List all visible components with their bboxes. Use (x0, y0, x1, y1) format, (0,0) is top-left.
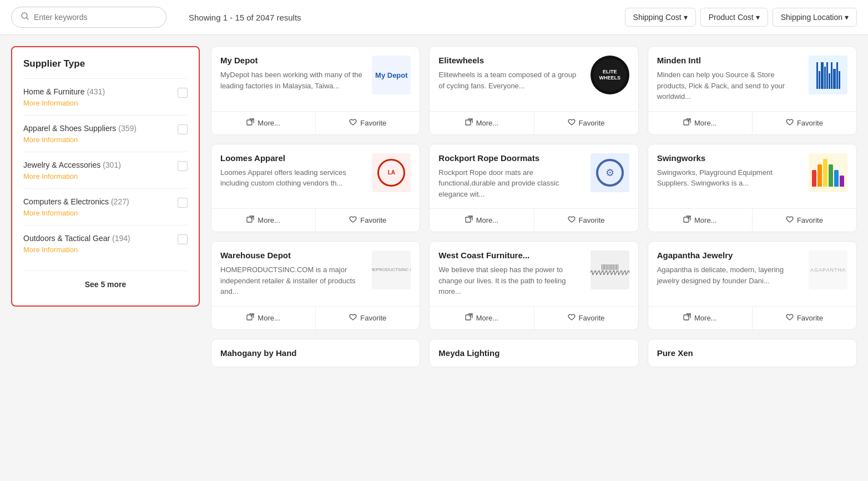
card-title: Minden Intl (657, 56, 802, 65)
more-button[interactable]: More... (648, 307, 752, 329)
favorite-button[interactable]: Favorite (752, 112, 856, 134)
card-body: Agapantha Jewelry Agapantha is delicate,… (648, 242, 856, 306)
svg-rect-8 (247, 217, 252, 222)
favorite-button[interactable]: Favorite (315, 112, 420, 134)
chevron-down-icon: ▾ (684, 13, 688, 22)
card-desc: MyDepot has been working with many of th… (220, 69, 365, 91)
heart-icon (568, 313, 576, 323)
card-actions: More... Favorite (211, 306, 420, 329)
card-logo: ||||||||||||VVVVVVVVVVVV (591, 250, 629, 289)
card-logo: ELITEWHEELS (591, 56, 629, 94)
more-button[interactable]: More... (430, 112, 533, 134)
filter-checkbox[interactable] (178, 124, 188, 134)
favorite-button[interactable]: Favorite (534, 209, 638, 232)
search-icon (21, 12, 29, 23)
shipping-location-filter[interactable]: Shipping Location ▾ (773, 8, 857, 27)
more-information-link[interactable]: More Information (23, 99, 105, 107)
filter-checkbox[interactable] (178, 88, 188, 98)
card-desc: We believe that sleep has the power to c… (438, 264, 583, 297)
product-card: Agapantha Jewelry Agapantha is delicate,… (648, 241, 857, 330)
card-info: West Coast Furniture... We believe that … (438, 250, 583, 297)
card-body: My Depot MyDepot has been working with m… (211, 47, 420, 111)
filter-checkbox[interactable] (178, 234, 188, 244)
card-body: Elitewheels Elitewheels is a team compos… (430, 47, 638, 111)
product-cost-filter[interactable]: Product Cost ▾ (700, 8, 768, 27)
svg-rect-6 (684, 120, 689, 125)
favorite-button[interactable]: Favorite (752, 307, 856, 329)
product-card: My Depot MyDepot has been working with m… (211, 46, 420, 135)
card-body: Warehouse Depot HOMEPRODUCTSINC.COM is a… (211, 242, 420, 306)
more-button[interactable]: More... (648, 112, 752, 134)
card-title: Agapantha Jewelry (657, 250, 802, 260)
search-input[interactable] (34, 13, 157, 22)
more-button[interactable]: More... (648, 209, 752, 232)
card-body: Loomes Apparel Loomes Apparel offers lea… (211, 144, 420, 209)
card-logo (809, 56, 847, 94)
filter-label: Computers & Electronics (227) (23, 197, 129, 206)
favorite-button[interactable]: Favorite (534, 112, 638, 134)
more-button[interactable]: More... (430, 209, 533, 232)
more-information-link[interactable]: More Information (23, 136, 137, 144)
svg-rect-4 (466, 120, 471, 125)
favorite-button[interactable]: Favorite (315, 209, 420, 232)
filter-item-home-furniture: Home & Furniture (431) More Information (23, 78, 188, 115)
heart-icon (786, 313, 794, 323)
heart-icon (568, 216, 576, 225)
filter-item-outdoors: Outdoors & Tactical Gear (194) More Info… (23, 225, 188, 262)
filter-checkbox[interactable] (178, 198, 188, 208)
favorite-button[interactable]: Favorite (534, 307, 638, 329)
card-actions: More... Favorite (648, 208, 856, 232)
card-body: Rockport Rope Doormats Rockport Rope doo… (430, 144, 638, 209)
filter-label: Outdoors & Tactical Gear (194) (23, 234, 130, 243)
more-information-link[interactable]: More Information (23, 209, 129, 217)
heart-icon (349, 216, 357, 225)
filter-buttons: Shipping Cost ▾ Product Cost ▾ Shipping … (625, 8, 857, 27)
filter-label: Jewelry & Accessories (301) (23, 161, 121, 169)
chevron-down-icon: ▾ (845, 13, 849, 22)
card-logo: My Depot (372, 56, 411, 94)
card-actions: More... Favorite (430, 111, 638, 134)
product-card: Rockport Rope Doormats Rockport Rope doo… (429, 144, 638, 233)
filter-item-computers: Computers & Electronics (227) More Infor… (23, 188, 188, 225)
svg-rect-16 (466, 315, 471, 320)
favorite-button[interactable]: Favorite (752, 209, 856, 232)
more-button[interactable]: More... (430, 307, 533, 329)
card-desc: Agapantha is delicate, modern, layering … (657, 264, 802, 286)
card-title: My Depot (220, 56, 365, 65)
heart-icon (568, 118, 576, 128)
card-title: West Coast Furniture... (438, 250, 583, 260)
card-logo: LA (372, 153, 411, 192)
card-desc: Minden can help you Source & Store produ… (657, 69, 802, 102)
external-link-icon (465, 313, 473, 323)
card-info: Agapantha Jewelry Agapantha is delicate,… (657, 250, 802, 297)
search-box[interactable] (11, 7, 166, 28)
more-information-link[interactable]: More Information (23, 245, 130, 254)
card-actions: More... Favorite (648, 306, 856, 329)
card-title: Swingworks (657, 153, 802, 163)
filter-item-apparel: Apparel & Shoes Suppliers (359) More Inf… (23, 115, 188, 152)
card-logo: ⚙ (591, 153, 629, 192)
more-information-link[interactable]: More Information (23, 172, 121, 181)
partial-card-title: Meyda Lighting (438, 348, 629, 358)
favorite-button[interactable]: Favorite (315, 307, 420, 329)
partial-card: Pure Xen (648, 339, 857, 367)
card-actions: More... Favorite (648, 111, 856, 134)
more-button[interactable]: More... (211, 209, 315, 232)
partial-card-title: Mahogany by Hand (220, 348, 411, 358)
external-link-icon (246, 313, 254, 323)
top-bar: Showing 1 - 15 of 2047 results Shipping … (0, 0, 868, 35)
card-info: My Depot MyDepot has been working with m… (220, 56, 365, 102)
more-button[interactable]: More... (211, 112, 315, 134)
heart-icon (349, 313, 357, 323)
more-button[interactable]: More... (211, 307, 315, 329)
see-more-button[interactable]: See 5 more (23, 270, 188, 294)
chevron-down-icon: ▾ (756, 13, 760, 22)
heart-icon (786, 216, 794, 225)
card-logo: AGAPANTHA (809, 250, 847, 289)
filter-checkbox[interactable] (178, 161, 188, 171)
filter-label: Apparel & Shoes Suppliers (359) (23, 124, 137, 133)
card-info: Rockport Rope Doormats Rockport Rope doo… (438, 153, 583, 200)
card-info: Minden Intl Minden can help you Source &… (657, 56, 802, 102)
shipping-cost-filter[interactable]: Shipping Cost ▾ (625, 8, 696, 27)
card-actions: More... Favorite (211, 111, 420, 134)
